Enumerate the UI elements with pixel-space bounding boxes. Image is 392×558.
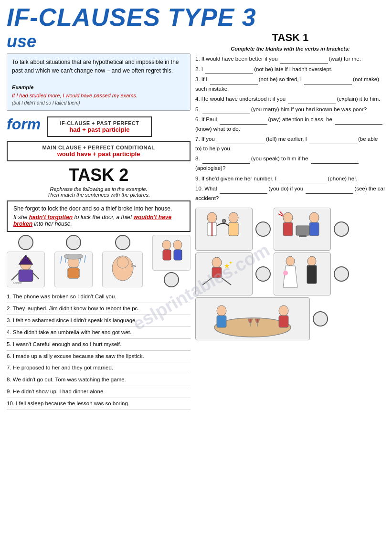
doctor-svg <box>198 209 250 250</box>
sport-svg: ★ ✦ <box>198 254 250 295</box>
pic-sport: ★ ✦ <box>195 253 253 295</box>
use-title: use <box>7 32 191 52</box>
example-note: (but I didn't and so I failed them) <box>12 99 185 106</box>
svg-text:✂: ✂ <box>131 262 137 270</box>
char-svg-1: scene <box>9 254 42 285</box>
clause2-formula: would have + past participle <box>12 150 185 158</box>
right-illustrations: ★ ✦ <box>195 208 385 340</box>
svg-line-3 <box>33 273 39 279</box>
illustrations-top: scene <box>7 235 191 287</box>
svg-point-16 <box>162 240 171 250</box>
page-title: IF-CLAUSES TYPE 3 <box>7 5 385 30</box>
svg-rect-31 <box>309 222 319 236</box>
sentence-10: 10. I fell asleep because the lesson was… <box>7 398 191 410</box>
svg-point-43 <box>307 256 316 266</box>
form-title: form <box>7 116 41 133</box>
wedding-svg <box>276 254 328 295</box>
hadnt-forgotten: hadn't forgotten <box>29 214 73 221</box>
circle-r4 <box>334 266 349 282</box>
svg-point-40 <box>286 256 295 266</box>
svg-line-2 <box>11 273 19 280</box>
sentence-3: 3. I felt so ashamed since I didn't spea… <box>7 315 191 327</box>
svg-point-12 <box>64 254 83 259</box>
argument-svg <box>276 209 328 250</box>
use-description: To talk about situations that are hypoth… <box>12 58 185 75</box>
svg-line-37 <box>222 278 231 285</box>
char-svg-2 <box>57 254 90 285</box>
pic-wedding <box>274 253 331 295</box>
example-line1: She forgot to lock the door and so a thi… <box>13 205 184 212</box>
svg-marker-4 <box>19 255 33 264</box>
illus-2 <box>54 235 93 287</box>
svg-rect-49 <box>279 316 288 327</box>
svg-rect-35 <box>212 267 222 278</box>
svg-line-11 <box>85 255 85 263</box>
clause1-formula: had + past participle <box>53 126 146 133</box>
task1-instruction: Complete the blanks with the verbs in br… <box>195 46 385 52</box>
use-box: To talk about situations that are hypoth… <box>7 53 191 111</box>
svg-point-46 <box>217 305 226 316</box>
svg-text:✦: ✦ <box>229 260 233 265</box>
task2-title: TASK 2 <box>7 165 191 185</box>
svg-rect-24 <box>229 222 238 236</box>
task1-item-2: 2. I (not be) late if I hadn't overslept… <box>195 65 385 74</box>
task2-instruction: Rephrase the following as in the example… <box>7 186 191 198</box>
task1-item-1: 1. It would have been better if you (wai… <box>195 54 385 64</box>
svg-line-36 <box>202 278 212 285</box>
task1-item-6: 6. If Paul (pay) attention in class, he … <box>195 115 385 134</box>
circle-4 <box>164 272 179 287</box>
svg-point-23 <box>229 212 238 223</box>
svg-marker-41 <box>283 266 297 287</box>
pic-row-c <box>195 297 385 340</box>
sentence-7: 7. He proposed to her and they got marri… <box>7 362 191 374</box>
pic-doctor <box>195 208 253 251</box>
sentences-list: 1. The phone was broken so I didn't Call… <box>7 291 191 410</box>
svg-rect-1 <box>19 270 33 282</box>
circle-3 <box>115 235 130 250</box>
task1-item-4: 4. He would have understood it if you (e… <box>195 95 385 104</box>
circle-r1 <box>255 221 271 237</box>
sentence-1: 1. The phone was broken so I didn't Call… <box>7 291 191 303</box>
svg-rect-44 <box>307 265 317 284</box>
illus-4 <box>152 235 191 287</box>
pic-row-a <box>195 208 385 251</box>
task1-item-7: 7. If you (tell) me earlier, I (be able … <box>195 135 385 153</box>
svg-point-14 <box>117 257 128 268</box>
sentence-4: 4. She didn't take an umbrella with her … <box>7 327 191 339</box>
sentence-8: 8. We didn't go out. Tom was watching th… <box>7 374 191 386</box>
svg-point-42 <box>283 271 288 275</box>
illus-3: ✂ <box>102 235 143 287</box>
svg-point-25 <box>222 219 226 223</box>
example-line2: If she hadn't forgotten to lock the door… <box>13 214 184 227</box>
sentence-9: 9. He didn't show up. I had dinner alone… <box>7 386 191 398</box>
circle-r5 <box>313 311 328 326</box>
char-svg-4 <box>155 237 188 268</box>
pic-dinner <box>195 297 310 340</box>
svg-rect-27 <box>283 222 293 236</box>
svg-line-29 <box>280 211 283 215</box>
svg-point-48 <box>279 305 288 316</box>
svg-rect-17 <box>163 250 171 260</box>
pic-argument <box>274 208 331 251</box>
task1-items: 1. It would have been better if you (wai… <box>195 54 385 203</box>
task1-item-5: 5. (you marry) him if you had known he w… <box>195 105 385 115</box>
sentence-6: 6. I made up a silly excuse because she … <box>7 351 191 363</box>
svg-point-34 <box>212 257 222 268</box>
clause1-label: IF-CLAUSE + PAST PERFECT <box>53 120 146 126</box>
svg-point-26 <box>283 212 293 223</box>
circle-2 <box>66 235 81 250</box>
svg-point-20 <box>207 212 217 223</box>
dinner-svg <box>198 299 307 339</box>
circle-r2 <box>334 221 349 237</box>
example-box: She forgot to lock the door and so a thi… <box>7 200 191 232</box>
circle-r3 <box>255 266 271 282</box>
pic-row-b: ★ ✦ <box>195 253 385 295</box>
sentence-5: 5. I wasn't Careful enough and so I hurt… <box>7 339 191 351</box>
svg-rect-7 <box>68 268 79 278</box>
svg-line-8 <box>61 256 62 263</box>
char-svg-3: ✂ <box>105 254 140 285</box>
svg-rect-47 <box>217 316 226 327</box>
task1-item-9: 9. If she'd given me her number, I (phon… <box>195 174 385 184</box>
task1-item-10: 10. What (you do) if you (see) the car a… <box>195 184 385 203</box>
svg-rect-33 <box>299 235 307 237</box>
